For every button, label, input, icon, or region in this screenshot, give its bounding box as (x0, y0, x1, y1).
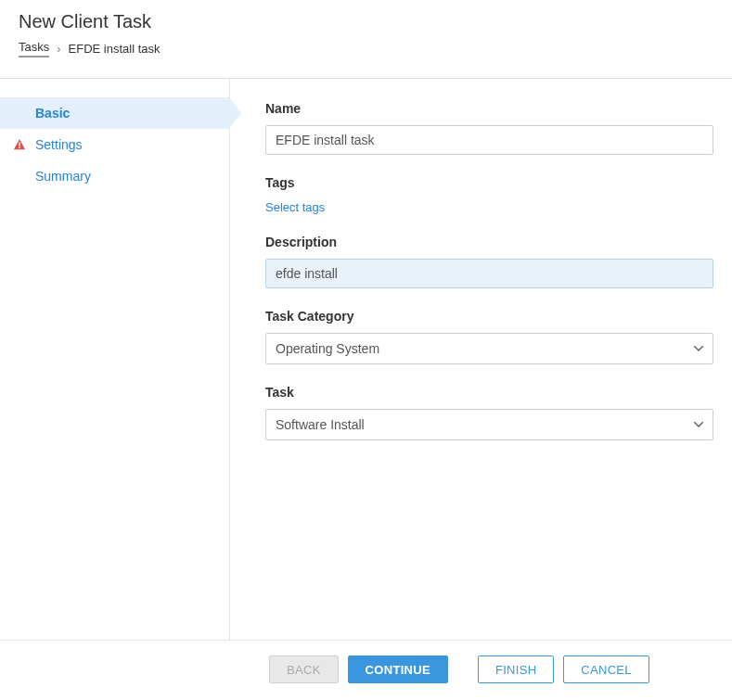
tags-label: Tags (265, 175, 713, 190)
chevron-right-icon: › (57, 42, 60, 56)
svg-rect-0 (19, 142, 19, 146)
body: Basic Settings Summary Name Tags Select … (0, 79, 732, 640)
field-task-category: Task Category Operating System (265, 309, 713, 364)
field-task: Task Software Install (265, 385, 713, 440)
field-description: Description (265, 235, 713, 288)
sidebar-item-label: Basic (35, 106, 70, 121)
field-tags: Tags Select tags (265, 175, 713, 214)
sidebar-item-basic[interactable]: Basic (0, 97, 229, 129)
back-button: BACK (269, 655, 339, 683)
task-category-select[interactable]: Operating System (265, 333, 713, 364)
sidebar: Basic Settings Summary (0, 79, 230, 640)
header: New Client Task Tasks › EFDE install tas… (0, 0, 732, 67)
sidebar-item-label: Summary (35, 169, 91, 184)
continue-button[interactable]: CONTINUE (348, 655, 448, 683)
description-label: Description (265, 235, 713, 249)
sidebar-item-settings[interactable]: Settings (0, 129, 229, 160)
task-select[interactable]: Software Install (265, 409, 713, 440)
finish-button[interactable]: FINISH (478, 655, 554, 683)
field-name: Name (265, 101, 713, 155)
footer: BACK CONTINUE FINISH CANCEL (0, 640, 732, 698)
breadcrumb: Tasks › EFDE install task (19, 40, 713, 57)
cancel-button[interactable]: CANCEL (563, 655, 649, 683)
main-content: Name Tags Select tags Description Task C… (230, 79, 732, 640)
sidebar-item-label: Settings (35, 137, 83, 152)
svg-rect-1 (19, 147, 19, 148)
breadcrumb-root[interactable]: Tasks (19, 40, 49, 57)
name-label: Name (265, 101, 713, 116)
select-tags-link[interactable]: Select tags (265, 200, 325, 214)
description-input[interactable] (265, 259, 713, 288)
page-title: New Client Task (19, 11, 713, 32)
warning-icon (13, 138, 26, 151)
name-input[interactable] (265, 125, 713, 155)
task-label: Task (265, 385, 713, 400)
sidebar-item-summary[interactable]: Summary (0, 160, 229, 192)
breadcrumb-current: EFDE install task (69, 42, 161, 56)
task-category-label: Task Category (265, 309, 713, 324)
